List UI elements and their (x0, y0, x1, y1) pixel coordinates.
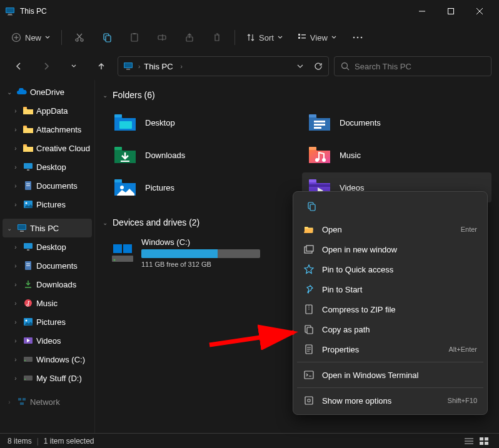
ctx-open-terminal[interactable]: Open in Windows Terminal (297, 365, 483, 385)
sidebar-item-pc-videos[interactable]: ›Videos (0, 331, 94, 350)
sidebar-item-pc-pictures[interactable]: ›Pictures (0, 312, 94, 331)
ctx-copy-as-path[interactable]: Copy as path (297, 319, 483, 339)
ctx-compress-zip[interactable]: Compress to ZIP file (297, 299, 483, 319)
svg-rect-63 (20, 402, 24, 405)
folder-pictures[interactable]: Pictures (108, 172, 297, 202)
sidebar-item-desktop[interactable]: ›Desktop (0, 157, 94, 176)
svg-rect-48 (27, 249, 29, 251)
navigation-pane[interactable]: ⌄ OneDrive ›AppData ›Attachments ›Creati… (0, 80, 95, 433)
sidebar-item-appdata[interactable]: ›AppData (0, 101, 94, 120)
paste-icon (129, 32, 139, 42)
picture-icon (23, 199, 34, 210)
separator (61, 30, 62, 45)
ctx-label: Properties (322, 345, 441, 354)
recent-dropdown[interactable] (63, 56, 85, 76)
drive-windows-c[interactable]: Windows (C:) 111 GB free of 312 GB (108, 235, 297, 271)
ctx-show-more[interactable]: Show more options Shift+F10 (297, 391, 483, 411)
open-folder-icon (303, 224, 315, 235)
svg-point-27 (357, 37, 359, 39)
minimize-button[interactable] (408, 2, 436, 21)
svg-rect-72 (309, 147, 316, 150)
svg-rect-16 (106, 36, 111, 42)
section-folders[interactable]: ⌄ Folders (6) (103, 85, 491, 105)
sidebar-item-this-pc[interactable]: ⌄ This PC (3, 219, 92, 237)
maximize-button[interactable] (436, 2, 465, 21)
sidebar-label: AppData (36, 106, 68, 116)
ctx-properties[interactable]: Properties Alt+Enter (297, 339, 483, 359)
downloads-folder-icon (113, 144, 138, 166)
breadcrumb-item[interactable]: ›This PC› (138, 62, 183, 71)
address-row: ›This PC› Search This PC (0, 52, 499, 80)
section-title: Folders (6) (113, 90, 155, 100)
svg-rect-91 (485, 442, 488, 445)
svg-rect-99 (307, 327, 313, 334)
sidebar-label: Creative Cloud (36, 144, 90, 153)
svg-rect-75 (114, 179, 122, 182)
this-pc-icon (5, 6, 15, 16)
address-bar[interactable]: ›This PC› (118, 56, 329, 76)
ctx-pin-quick-access[interactable]: Pin to Quick access (297, 259, 483, 279)
ctx-open[interactable]: Open Enter (297, 219, 483, 239)
delete-button[interactable] (204, 26, 229, 49)
thumbnails-view-button[interactable] (476, 437, 491, 445)
folder-label: Music (340, 151, 361, 160)
sidebar-item-documents[interactable]: ›Documents (0, 176, 94, 195)
chevron-down-icon[interactable] (297, 63, 303, 69)
folder-downloads[interactable]: Downloads (108, 140, 297, 170)
ctx-pin-start[interactable]: Pin to Start (297, 279, 483, 299)
paste-button[interactable] (122, 26, 147, 49)
svg-point-32 (342, 63, 348, 69)
new-button[interactable]: New (5, 26, 56, 49)
copy-button[interactable] (94, 26, 119, 49)
sidebar-item-network[interactable]: ›Network (0, 392, 94, 411)
ctx-label: Compress to ZIP file (322, 305, 477, 314)
search-box[interactable]: Search This PC (334, 56, 491, 76)
svg-rect-95 (306, 246, 313, 251)
folder-documents[interactable]: Documents (302, 107, 491, 137)
svg-rect-5 (448, 9, 454, 14)
svg-rect-46 (20, 231, 24, 232)
cut-icon (74, 32, 84, 42)
ctx-copy-button[interactable] (301, 197, 322, 216)
rename-button[interactable] (149, 26, 174, 49)
details-view-button[interactable] (461, 437, 476, 445)
back-button[interactable] (8, 56, 30, 76)
sidebar-item-pc-mystuff-d[interactable]: ›My Stuff (D:) (0, 369, 94, 387)
sidebar-item-attachments[interactable]: ›Attachments (0, 120, 94, 139)
svg-rect-3 (8, 15, 13, 16)
sidebar-item-onedrive[interactable]: ⌄ OneDrive (0, 82, 94, 101)
svg-rect-78 (309, 184, 330, 187)
sidebar-item-pictures[interactable]: ›Pictures (0, 195, 94, 214)
folder-label: Downloads (145, 151, 185, 160)
sidebar-item-pc-windows-c[interactable]: ›Windows (C:) (0, 350, 94, 369)
forward-button[interactable] (35, 56, 58, 76)
svg-rect-66 (309, 114, 316, 117)
sidebar-item-pc-downloads[interactable]: ›Downloads (0, 275, 94, 294)
terminal-icon (303, 369, 315, 381)
svg-rect-81 (112, 256, 133, 262)
folder-desktop[interactable]: Desktop (108, 107, 297, 137)
sidebar-item-creativecloud[interactable]: ›Creative Cloud (0, 139, 94, 157)
sort-button[interactable]: Sort (240, 26, 289, 49)
view-button[interactable]: View (291, 26, 343, 49)
close-button[interactable] (465, 2, 494, 21)
sidebar-label: Downloads (36, 280, 76, 289)
sidebar-item-pc-documents[interactable]: ›Documents (0, 256, 94, 275)
ctx-label: Show more options (322, 396, 440, 406)
cut-button[interactable] (67, 26, 92, 49)
ctx-open-new-window[interactable]: Open in new window (297, 239, 483, 259)
share-button[interactable] (177, 26, 202, 49)
sidebar-item-pc-music[interactable]: ›Music (0, 294, 94, 312)
properties-icon (303, 344, 315, 355)
sidebar-item-pc-desktop[interactable]: ›Desktop (0, 237, 94, 256)
more-button[interactable] (345, 26, 370, 49)
sidebar-label: Music (36, 299, 58, 308)
chevron-right-icon: › (11, 107, 20, 114)
svg-rect-23 (298, 37, 300, 39)
folder-music[interactable]: Music (302, 140, 491, 170)
up-button[interactable] (90, 56, 113, 76)
onedrive-icon (16, 86, 28, 97)
refresh-icon[interactable] (313, 61, 323, 71)
context-menu: Open Enter Open in new window Pin to Qui… (293, 191, 488, 415)
ctx-label: Open (322, 225, 453, 234)
